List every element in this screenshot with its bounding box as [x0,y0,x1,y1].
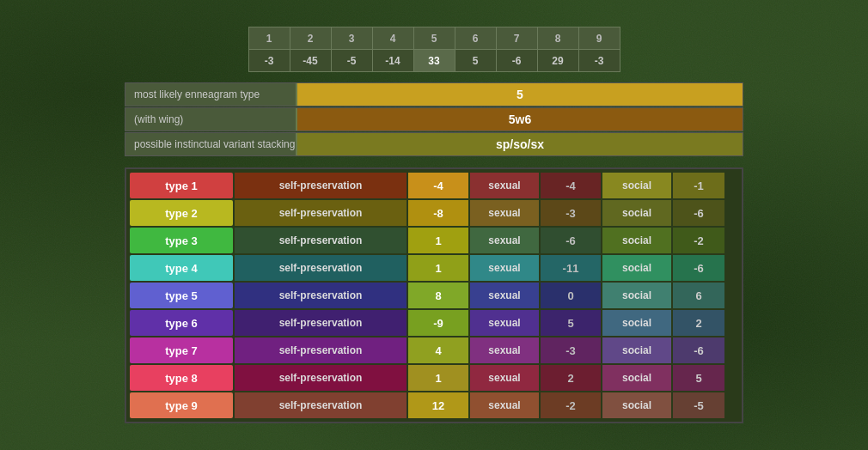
variant-label: possible instinctual variant stacking [125,133,297,155]
type-label-7: type 7 [130,338,233,363]
scores-header-row: 123456789 [248,27,620,50]
type-label-3: type 3 [130,228,233,253]
sp-score-8: 1 [408,365,468,391]
soc-label-3: social [602,228,671,253]
type-label-1: type 1 [130,173,233,198]
type-row-8: type 8self-preservation1sexual2social5 [130,365,738,391]
sex-label-6: sexual [470,310,539,336]
score-value-4: 33 [413,50,455,72]
type-row-9: type 9self-preservation12sexual-2social-… [130,392,738,418]
score-header-4: 4 [372,27,413,50]
sex-score-3: -6 [541,228,601,253]
most-likely-label: most likely enneagram type [125,83,297,106]
sex-label-4: sexual [470,255,539,281]
wing-row: (with wing) 5w6 [125,107,743,131]
score-value-3: -14 [372,50,413,72]
score-value-5: 5 [455,50,496,72]
score-header-9: 9 [578,27,620,50]
main-container: 123456789 -3-45-5-14335-629-3 most likel… [125,27,743,423]
type-label-6: type 6 [130,310,233,336]
type-label-5: type 5 [130,283,233,308]
sex-label-8: sexual [470,365,539,391]
soc-score-6: 2 [673,310,724,336]
sex-label-5: sexual [470,283,539,308]
type-row-3: type 3self-preservation1sexual-6social-2 [130,228,738,253]
sp-score-7: 4 [408,338,468,363]
score-value-0: -3 [248,50,290,72]
score-header-3: 3 [331,27,372,50]
soc-score-2: -6 [673,200,724,226]
type-row-7: type 7self-preservation4sexual-3social-6 [130,338,738,363]
sp-score-1: -4 [408,173,468,198]
score-header-7: 7 [496,27,537,50]
sp-score-9: 12 [408,392,468,418]
sp-score-6: -9 [408,310,468,336]
sp-label-4: self-preservation [235,255,406,281]
soc-score-3: -2 [673,228,724,253]
sex-score-7: -3 [541,338,601,363]
sex-label-3: sexual [470,228,539,253]
sp-label-2: self-preservation [235,200,406,226]
soc-score-8: 5 [673,365,724,391]
soc-label-6: social [602,310,671,336]
soc-score-1: -1 [673,173,724,198]
sp-score-3: 1 [408,228,468,253]
sex-label-2: sexual [470,200,539,226]
sex-score-9: -2 [541,392,601,418]
soc-score-5: 6 [673,283,724,308]
scores-section: 123456789 -3-45-5-14335-629-3 [125,27,743,72]
sex-score-4: -11 [541,255,601,281]
type-row-5: type 5self-preservation8sexual0social6 [130,283,738,308]
most-likely-row: most likely enneagram type 5 [125,82,743,106]
soc-score-9: -5 [673,392,724,418]
scores-value-row: -3-45-5-14335-629-3 [248,50,620,72]
sex-label-9: sexual [470,392,539,418]
soc-label-4: social [602,255,671,281]
sex-label-1: sexual [470,173,539,198]
score-header-1: 1 [248,27,290,50]
soc-label-9: social [602,392,671,418]
sex-score-5: 0 [541,283,601,308]
type-label-2: type 2 [130,200,233,226]
types-container: type 1self-preservation-4sexual-4social-… [125,167,743,423]
sex-score-2: -3 [541,200,601,226]
sp-label-1: self-preservation [235,173,406,198]
score-value-7: 29 [537,50,578,72]
scores-table: 123456789 -3-45-5-14335-629-3 [248,27,620,72]
score-value-1: -45 [290,50,331,72]
score-header-2: 2 [290,27,331,50]
score-header-8: 8 [537,27,578,50]
soc-score-7: -6 [673,338,724,363]
variant-value: sp/so/sx [297,133,743,155]
type-row-2: type 2self-preservation-8sexual-3social-… [130,200,738,226]
score-header-6: 6 [455,27,496,50]
type-row-4: type 4self-preservation1sexual-11social-… [130,255,738,281]
wing-value: 5w6 [297,108,743,131]
sex-score-8: 2 [541,365,601,391]
score-value-8: -3 [578,50,620,72]
soc-label-2: social [602,200,671,226]
score-header-5: 5 [413,27,455,50]
type-label-4: type 4 [130,255,233,281]
results-section: most likely enneagram type 5 (with wing)… [125,82,743,157]
sex-label-7: sexual [470,338,539,363]
sp-label-3: self-preservation [235,228,406,253]
sp-score-5: 8 [408,283,468,308]
sp-label-5: self-preservation [235,283,406,308]
type-label-8: type 8 [130,365,233,391]
sp-label-7: self-preservation [235,338,406,363]
wing-label: (with wing) [125,108,297,131]
soc-label-5: social [602,283,671,308]
score-value-6: -6 [496,50,537,72]
soc-label-1: social [602,173,671,198]
soc-score-4: -6 [673,255,724,281]
soc-label-7: social [602,338,671,363]
most-likely-value: 5 [297,83,743,106]
type-row-1: type 1self-preservation-4sexual-4social-… [130,173,738,198]
score-value-2: -5 [331,50,372,72]
type-row-6: type 6self-preservation-9sexual5social2 [130,310,738,336]
variant-row: possible instinctual variant stacking sp… [125,132,743,156]
sex-score-6: 5 [541,310,601,336]
sp-label-9: self-preservation [235,392,406,418]
sp-label-6: self-preservation [235,310,406,336]
